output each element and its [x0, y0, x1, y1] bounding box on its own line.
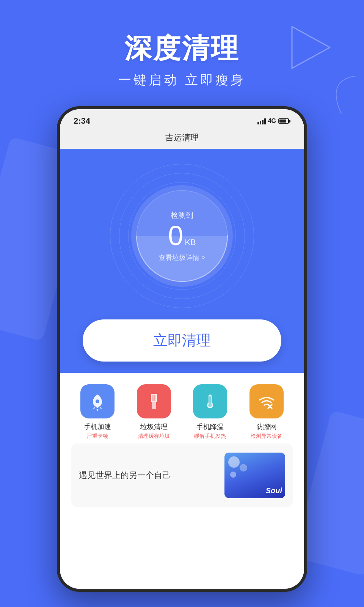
feature-item-clean[interactable]: 垃圾清理 清理缓存垃圾 — [128, 384, 180, 440]
app-title: 吉运清理 — [165, 133, 199, 142]
gauge-label: 检测到 — [158, 210, 206, 220]
feature-grid: 手机加速 严重卡顿 — [71, 384, 293, 440]
main-title: 深度清理 — [0, 30, 364, 67]
speed-icon-wrap — [80, 384, 115, 418]
bottom-card: 手机加速 严重卡顿 — [60, 373, 304, 589]
feature-name-temp: 手机降温 — [196, 422, 224, 431]
gauge-unit: KB — [185, 237, 196, 247]
feature-name-clean: 垃圾清理 — [140, 422, 168, 431]
svg-point-10 — [208, 403, 212, 407]
feature-status-clean: 清理缓存垃圾 — [138, 433, 170, 440]
battery-icon — [278, 118, 290, 124]
feature-name-speed: 手机加速 — [84, 422, 111, 431]
status-bar: 2:34 4G — [60, 109, 304, 129]
sub-title: 一键启动 立即瘦身 — [0, 71, 364, 89]
rocket-icon — [88, 392, 107, 411]
clean-icon-wrap — [137, 384, 171, 418]
ad-image: Soul — [224, 453, 285, 498]
gauge-inner: 检测到 0 KB 查看垃圾详情 > — [158, 210, 206, 262]
svg-point-2 — [96, 399, 99, 403]
svg-rect-4 — [152, 402, 156, 409]
feature-status-speed: 严重卡顿 — [87, 433, 108, 440]
ad-soul-brand: Soul — [266, 486, 282, 495]
wifi-icon-wrap — [249, 384, 284, 418]
phone-mockup: 2:34 4G — [57, 106, 307, 592]
svg-rect-6 — [154, 395, 155, 401]
phone-frame: 2:34 4G — [57, 106, 307, 592]
app-titlebar: 吉运清理 — [60, 129, 304, 149]
status-icons: 4G — [257, 118, 290, 124]
feature-item-wifi[interactable]: 防蹭网 检测异常设备 — [240, 384, 293, 440]
app-content: 检测到 0 KB 查看垃圾详情 > 立即清理 — [60, 149, 304, 589]
temp-icon-wrap — [193, 384, 227, 418]
thermometer-icon — [200, 392, 220, 411]
clean-btn-wrapper: 立即清理 — [60, 308, 304, 373]
feature-item-temp[interactable]: 手机降温 缓解手机发热 — [184, 384, 237, 440]
gauge-value-row: 0 KB — [158, 222, 206, 249]
header-area: 深度清理 一键启动 立即瘦身 — [0, 30, 364, 89]
gauge-detail[interactable]: 查看垃圾详情 > — [158, 253, 206, 262]
clean-button[interactable]: 立即清理 — [83, 319, 281, 362]
ad-banner[interactable]: 遇见世界上的另一个自己 Soul — [71, 443, 293, 507]
network-type: 4G — [268, 118, 276, 124]
svg-rect-5 — [152, 395, 154, 401]
phone-inner: 2:34 4G — [60, 109, 304, 589]
feature-status-wifi: 检测异常设备 — [251, 433, 282, 440]
signal-icon — [257, 118, 266, 124]
gauge-container[interactable]: 检测到 0 KB 查看垃圾详情 > — [110, 164, 254, 308]
feature-status-temp: 缓解手机发热 — [194, 433, 226, 440]
brush-icon — [144, 392, 164, 411]
feature-name-wifi: 防蹭网 — [256, 422, 277, 431]
wifi-x-icon — [257, 392, 276, 411]
svg-rect-9 — [209, 396, 211, 404]
svg-rect-3 — [151, 394, 157, 402]
status-time: 2:34 — [74, 116, 90, 126]
feature-item-speed[interactable]: 手机加速 严重卡顿 — [71, 384, 124, 440]
ad-text: 遇见世界上的另一个自己 — [79, 470, 171, 481]
gauge-value: 0 — [168, 222, 183, 249]
